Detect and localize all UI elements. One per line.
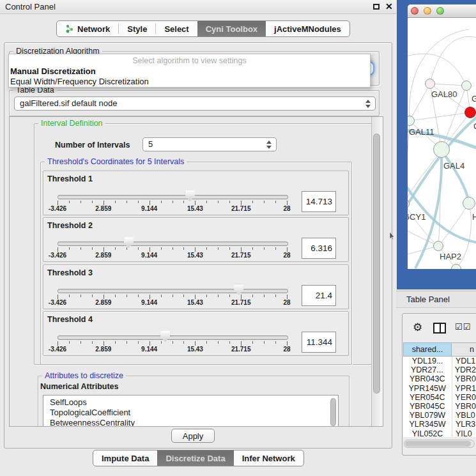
threshold-slider-track[interactable] [58, 242, 288, 246]
tab-discretize-data[interactable]: Discretize Data [157, 450, 233, 466]
attribute-list-item[interactable]: SelfLoops [43, 397, 338, 408]
network-node-ga[interactable] [461, 81, 472, 91]
gear-icon[interactable]: ⚙ [413, 321, 422, 334]
column-header-name[interactable]: n [452, 342, 476, 357]
column-separator [452, 357, 452, 437]
slider-axis-label: 21.715 [231, 205, 251, 212]
network-node-hi[interactable] [463, 197, 475, 210]
screenshot-root: Control Panel ✕ Network Style Select Cyn… [0, 0, 476, 476]
table-rows[interactable]: YDL19... YDL1YDR27... YDR2YBR043C YBR0YP… [403, 357, 476, 437]
attributes-list-scrollbar[interactable] [330, 397, 337, 427]
tab-infer-network[interactable]: Infer Network [234, 450, 303, 466]
slider-axis-label: -3.426 [49, 346, 66, 353]
table-row[interactable]: YDR27... YDR2 [403, 365, 476, 374]
slider-tick [58, 201, 58, 205]
threshold-slider-track[interactable] [58, 289, 288, 293]
slider-axis-label: 2.859 [95, 346, 111, 353]
threshold-slider-thumb[interactable] [160, 331, 170, 342]
tab-jactivemnodules[interactable]: jActiveMNodules [266, 21, 349, 36]
slider-tick [241, 295, 242, 299]
cell-shared-name: YBR045C [403, 402, 451, 411]
slider-tick [127, 341, 127, 344]
select-checkboxes-icon[interactable]: ☑☑ [455, 322, 471, 332]
zoom-traffic-light-icon[interactable] [436, 7, 444, 15]
table-row[interactable]: YBR045C YBR0 [403, 402, 476, 411]
table-data-combobox-value: galFiltered.sif default node [20, 98, 117, 108]
close-icon[interactable]: ✕ [385, 1, 393, 12]
cell-name: YLR3 [452, 420, 475, 429]
slider-tick [161, 295, 162, 297]
table-row[interactable]: YER054C YER0 [403, 393, 476, 402]
numerical-attributes-heading: Numerical Attributes [40, 382, 118, 391]
network-node-hap2[interactable] [433, 241, 443, 251]
settings-scrollbar-thumb[interactable] [373, 134, 380, 394]
threshold-panel-1: Threshold 1 -3.4262.8599.14415.4321.7152… [43, 171, 349, 215]
algorithm-option-manual[interactable]: Manual Discretization [9, 66, 370, 77]
network-node-label: GA [472, 94, 476, 104]
network-canvas[interactable]: GAL80GACYGAL11GAL4GCY1HIHAP2 [408, 18, 476, 269]
table-row[interactable]: YLR345W YLR3 [403, 420, 476, 429]
table-data-combobox[interactable]: galFiltered.sif default node [14, 96, 376, 111]
slider-tick [115, 295, 116, 297]
float-window-icon[interactable] [373, 4, 380, 10]
threshold-label: Threshold 2 [47, 221, 93, 230]
threshold-slider-thumb[interactable] [234, 284, 243, 295]
threshold-slider-track[interactable] [58, 335, 288, 340]
network-node-label: GCY1 [408, 212, 426, 222]
threshold-label: Threshold 1 [47, 174, 93, 183]
threshold-value-field[interactable]: 6.316 [302, 238, 336, 259]
tab-style[interactable]: Style [119, 21, 155, 36]
threshold-value-field[interactable]: 14.713 [302, 191, 336, 212]
table-row[interactable]: YDL19... YDL1 [403, 357, 476, 365]
network-window[interactable]: GAL80GACYGAL11GAL4GCY1HIHAP2 [408, 4, 476, 269]
network-node-gal80[interactable] [425, 79, 435, 89]
network-node-gal4[interactable] [433, 141, 450, 158]
tab-cyni-toolbox[interactable]: Cyni Toolbox [197, 21, 266, 36]
slider-tick [195, 295, 196, 299]
slider-axis-label: 9.144 [141, 205, 157, 212]
algorithm-placeholder-item[interactable]: Select algorithm to view settings [9, 54, 370, 66]
algorithm-option-equal-width[interactable]: Equal Width/Frequency Discretization [9, 77, 370, 87]
numerical-attributes-list[interactable]: SelfLoopsTopologicalCoefficientBetweenne… [43, 395, 339, 427]
cell-shared-name: YBL079W [403, 411, 452, 420]
apply-button[interactable]: Apply [171, 429, 215, 443]
minimize-traffic-light-icon[interactable] [424, 7, 431, 15]
tab-select[interactable]: Select [156, 21, 197, 36]
slider-axis-label: -3.426 [49, 205, 66, 212]
slider-tick [275, 295, 276, 297]
slider-axis-label: 15.43 [187, 252, 203, 259]
close-traffic-light-icon[interactable] [411, 7, 418, 15]
threshold-slider-track[interactable] [58, 195, 288, 199]
attribute-list-item[interactable]: BetweennessCentrality [43, 418, 338, 427]
threshold-value-field[interactable]: 21.4 [302, 285, 336, 306]
threshold-value-field[interactable]: 11.344 [302, 332, 336, 353]
table-row[interactable]: YIL052C YIL0 [403, 429, 476, 438]
tab-impute-data[interactable]: Impute Data [93, 450, 157, 466]
attribute-list-item[interactable]: TopologicalCoefficient [43, 408, 338, 418]
table-row[interactable]: YPR145W YPR1 [403, 384, 476, 393]
slider-tick [92, 341, 93, 344]
threshold-slider-thumb[interactable] [185, 190, 195, 201]
network-window-titlebar[interactable] [408, 4, 476, 18]
table-row[interactable]: YBL079W YBL0 [403, 411, 476, 420]
column-header-shared-name[interactable]: shared... [403, 342, 452, 357]
table-horizontal-scrollbar[interactable] [404, 440, 475, 448]
threshold-slider-thumb[interactable] [124, 237, 134, 248]
slider-tick [150, 247, 150, 252]
settings-vertical-scrollbar[interactable] [371, 117, 383, 426]
slider-tick [81, 341, 81, 344]
columns-icon[interactable] [433, 323, 446, 334]
slider-tick [287, 201, 288, 205]
slider-tick [69, 295, 70, 297]
table-scrollbar-thumb[interactable] [405, 441, 471, 447]
table-row[interactable]: YBR043C YBR0 [403, 374, 476, 383]
slider-axis-label: 28 [283, 346, 290, 353]
slider-tick [92, 295, 93, 297]
network-node-label: GAL4 [443, 161, 464, 171]
slider-tick [264, 295, 265, 297]
slider-tick [229, 341, 230, 344]
tab-network[interactable]: Network [57, 21, 118, 36]
tab-network-label: Network [77, 24, 110, 34]
network-node-cy[interactable] [464, 107, 476, 118]
number-of-intervals-combobox[interactable]: 5 [142, 137, 277, 151]
